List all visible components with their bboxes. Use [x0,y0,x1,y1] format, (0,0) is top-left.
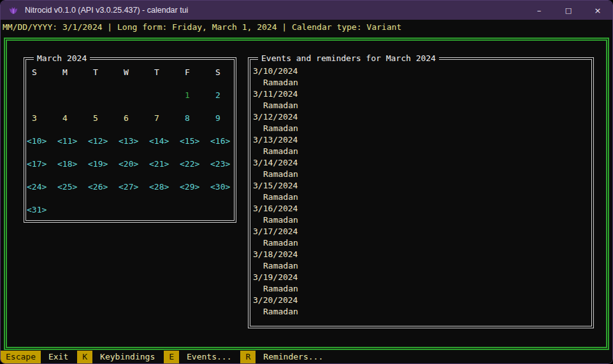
calendar-day[interactable]: <16> [210,130,241,153]
calendar-empty-cell [27,84,57,107]
event-name: Ramadan [253,283,591,295]
calendar-day[interactable]: 6 [119,107,149,130]
calendar-day[interactable]: 2 [210,84,241,107]
calendar-empty-cell [119,84,149,107]
calendar-day[interactable]: 1 [180,84,210,107]
calendar-day[interactable]: <11> [57,130,88,153]
event-name: Ramadan [253,146,591,157]
event-date: 3/12/2024 [253,111,591,123]
calendar-day-header: T [88,61,119,84]
event-name: Ramadan [253,77,591,88]
calendar-day[interactable]: 7 [149,107,180,130]
event-date: 3/13/2024 [253,134,591,146]
calendar-day[interactable]: 8 [180,107,210,130]
keybindings-bar: EscapeExitKKeybindingsEEvents...RReminde… [1,351,612,363]
event-name: Ramadan [253,192,591,203]
keybinding-key-escape[interactable]: Escape [1,351,41,363]
keybinding-action-label: Exit [48,351,68,363]
calendar-empty-cell [149,84,180,107]
event-name: Ramadan [253,169,591,180]
maximize-button[interactable]: □ [554,1,583,20]
calendar-day-header: W [119,61,149,84]
calendar-day[interactable]: <28> [149,176,180,199]
calendar-day[interactable]: <22> [180,153,210,176]
terminal-area: March 2024 SMTWTFS123456789<10><11><12><… [1,36,612,363]
event-date: 3/11/2024 [253,88,591,100]
minimize-button[interactable]: – [524,1,554,20]
app-window: Nitrocid v0.1.0 (API v3.0.25.437) - cale… [0,0,613,364]
calendar-empty-cell [57,84,88,107]
calendar-day[interactable]: <17> [27,153,57,176]
keybinding-action-label: Keybindings [100,351,155,363]
calendar-day[interactable]: 3 [27,107,57,130]
events-list: 3/10/2024Ramadan3/11/2024Ramadan3/12/202… [250,60,591,326]
calendar-day[interactable]: <24> [27,176,57,199]
calendar-empty-cell [119,199,149,221]
calendar-day[interactable]: <14> [149,130,180,153]
calendar-day-header: F [180,61,210,84]
calendar-day[interactable]: 9 [210,107,241,130]
calendar-day[interactable]: <21> [149,153,180,176]
calendar-empty-cell [88,199,119,221]
event-date: 3/18/2024 [253,249,591,260]
keybinding-key-k[interactable]: K [77,351,92,363]
calendar-day[interactable]: <23> [210,153,241,176]
calendar-day[interactable]: <31> [27,199,57,221]
calendar-day[interactable]: <12> [88,130,119,153]
calendar-day[interactable]: <10> [27,130,57,153]
calendar-day[interactable]: <18> [57,153,88,176]
calendar-panel[interactable]: March 2024 SMTWTFS123456789<10><11><12><… [24,57,236,223]
event-date: 3/10/2024 [253,66,591,77]
calendar-day[interactable]: <13> [119,130,149,153]
date-status-line: MM/DD/YYYY: 3/1/2024 | Long form: Friday… [1,20,612,36]
calendar-day[interactable]: <26> [88,176,119,199]
keybinding-action-label: Events... [187,351,231,363]
calendar-day[interactable]: <30> [210,176,241,199]
close-button[interactable]: × [583,1,612,20]
event-date: 3/19/2024 [253,272,591,283]
calendar-day[interactable]: 4 [57,107,88,130]
calendar-empty-cell [88,84,119,107]
event-name: Ramadan [253,214,591,226]
event-name: Ramadan [253,100,591,111]
event-name: Ramadan [253,260,591,272]
calendar-empty-cell [180,199,210,221]
calendar-day[interactable]: <29> [180,176,210,199]
event-date: 3/20/2024 [253,295,591,306]
calendar-empty-cell [57,199,88,221]
title-bar[interactable]: Nitrocid v0.1.0 (API v3.0.25.437) - cale… [1,1,612,20]
keybinding-action-label: Reminders... [263,351,323,363]
event-date: 3/17/2024 [253,226,591,237]
calendar-day[interactable]: 5 [88,107,119,130]
events-panel[interactable]: Events and reminders for March 2024 3/10… [248,57,594,328]
calendar-day-header: S [210,61,241,84]
calendar-day[interactable]: <20> [119,153,149,176]
calendar-day[interactable]: <19> [88,153,119,176]
calendar-day-header: S [27,61,57,84]
keybinding-key-r[interactable]: R [240,351,256,363]
nitrocid-logo-icon [8,5,18,15]
window-controls: – □ × [524,1,612,20]
calendar-day-header: M [57,61,88,84]
calendar-day[interactable]: <25> [57,176,88,199]
calendar-grid: SMTWTFS123456789<10><11><12><13><14><15>… [27,61,241,221]
calendar-empty-cell [149,199,180,221]
calendar-empty-cell [210,199,241,221]
event-date: 3/16/2024 [253,203,591,214]
keybinding-key-e[interactable]: E [164,351,179,363]
window-title: Nitrocid v0.1.0 (API v3.0.25.437) - cale… [25,6,188,15]
calendar-day[interactable]: <15> [180,130,210,153]
event-name: Ramadan [253,123,591,134]
calendar-day-header: T [149,61,180,84]
calendar-day[interactable]: <27> [119,176,149,199]
event-name: Ramadan [253,306,591,318]
event-date: 3/14/2024 [253,157,591,169]
event-date: 3/15/2024 [253,180,591,192]
event-name: Ramadan [253,237,591,249]
